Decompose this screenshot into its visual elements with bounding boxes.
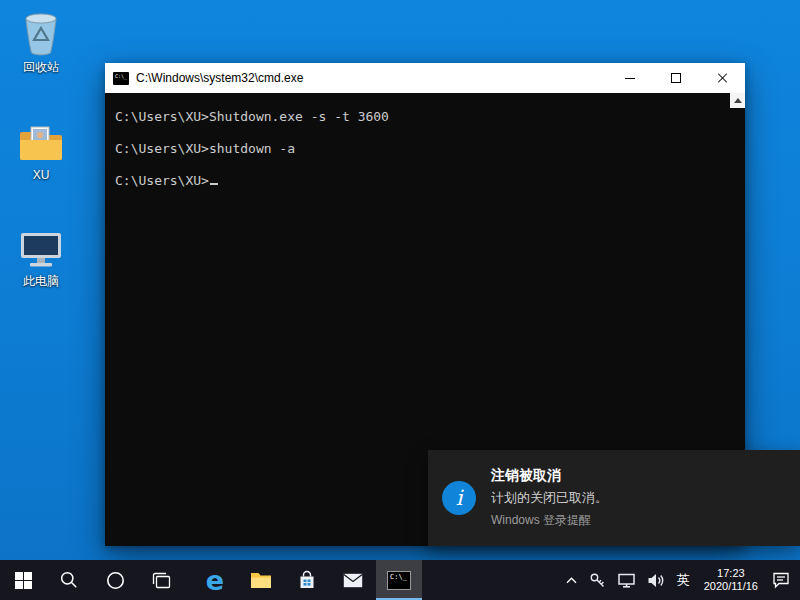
chevron-up-icon bbox=[566, 577, 577, 584]
this-pc-icon bbox=[4, 224, 78, 270]
taskbar-clock[interactable]: 17:23 2020/11/16 bbox=[696, 560, 766, 600]
desktop-icon-label: 回收站 bbox=[4, 60, 78, 74]
edge-button[interactable]: e bbox=[192, 560, 238, 600]
toast-body: 计划的关闭已取消。 bbox=[491, 489, 608, 507]
user-folder-icon bbox=[4, 118, 78, 164]
close-icon bbox=[716, 72, 728, 84]
toast-notification[interactable]: i 注销被取消 计划的关闭已取消。 Windows 登录提醒 bbox=[428, 450, 800, 546]
desktop-icon-label: 此电脑 bbox=[4, 274, 78, 288]
cortana-icon bbox=[106, 571, 125, 590]
action-center-icon bbox=[772, 572, 790, 589]
search-icon bbox=[60, 571, 78, 589]
tray-chevron-button[interactable] bbox=[560, 560, 583, 600]
key-icon bbox=[589, 572, 606, 589]
scroll-up-button[interactable] bbox=[730, 93, 745, 108]
cmd-app-icon: C:\_ bbox=[113, 72, 129, 85]
tray-network-button[interactable] bbox=[612, 560, 641, 600]
desktop-icon-label: XU bbox=[4, 168, 78, 182]
minimize-button[interactable] bbox=[607, 63, 653, 93]
cortana-button[interactable] bbox=[92, 560, 138, 600]
mail-button[interactable] bbox=[330, 560, 376, 600]
cmd-titlebar[interactable]: C:\_ C:\Windows\system32\cmd.exe bbox=[105, 63, 745, 93]
scroll-up-icon bbox=[734, 98, 742, 103]
desktop-icon-user-folder[interactable]: XU bbox=[4, 118, 78, 182]
system-tray: 英 17:23 2020/11/16 bbox=[560, 560, 800, 600]
taskbar: e C:\_ bbox=[0, 560, 800, 600]
console-line: C:\Users\XU>shutdown -a bbox=[115, 141, 721, 156]
taskbar-spacer bbox=[184, 560, 192, 600]
console-prompt: C:\Users\XU> bbox=[115, 173, 209, 188]
window-title: C:\Windows\system32\cmd.exe bbox=[136, 71, 607, 85]
toast-source: Windows 登录提醒 bbox=[491, 512, 608, 529]
toast-title: 注销被取消 bbox=[491, 467, 608, 485]
windows-logo-icon bbox=[15, 572, 32, 589]
store-icon bbox=[298, 570, 316, 590]
task-view-button[interactable] bbox=[138, 560, 184, 600]
maximize-button[interactable] bbox=[653, 63, 699, 93]
cmd-icon: C:\_ bbox=[387, 571, 411, 590]
desktop: 回收站 XU 此电脑 bbox=[0, 0, 800, 600]
tray-volume-button[interactable] bbox=[641, 560, 671, 600]
desktop-icon-recycle-bin[interactable]: 回收站 bbox=[4, 10, 78, 74]
edge-icon: e bbox=[206, 567, 224, 594]
volume-icon bbox=[647, 573, 665, 588]
maximize-icon bbox=[671, 73, 681, 83]
task-view-icon bbox=[152, 572, 171, 589]
file-explorer-button[interactable] bbox=[238, 560, 284, 600]
info-icon: i bbox=[442, 481, 476, 515]
network-icon bbox=[618, 573, 635, 588]
mail-icon bbox=[343, 573, 363, 588]
desktop-icon-this-pc[interactable]: 此电脑 bbox=[4, 224, 78, 288]
search-button[interactable] bbox=[46, 560, 92, 600]
tray-key-button[interactable] bbox=[583, 560, 612, 600]
recycle-bin-icon bbox=[4, 10, 78, 56]
console-line: C:\Users\XU>Shutdown.exe -s -t 3600 bbox=[115, 109, 721, 124]
console-prompt-line: C:\Users\XU> bbox=[115, 173, 721, 188]
close-button[interactable] bbox=[699, 63, 745, 93]
text-cursor bbox=[210, 183, 218, 185]
store-button[interactable] bbox=[284, 560, 330, 600]
ime-indicator[interactable]: 英 bbox=[671, 560, 696, 600]
start-button[interactable] bbox=[0, 560, 46, 600]
minimize-icon bbox=[625, 78, 635, 79]
action-center-button[interactable] bbox=[766, 560, 796, 600]
cmd-taskbar-button[interactable]: C:\_ bbox=[376, 560, 422, 600]
clock-date: 2020/11/16 bbox=[704, 580, 758, 593]
clock-time: 17:23 bbox=[717, 567, 745, 580]
file-explorer-icon bbox=[250, 571, 272, 589]
